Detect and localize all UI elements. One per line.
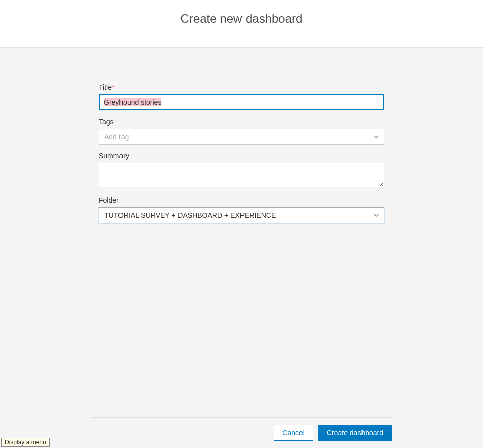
dialog-footer: Cancel Create dashboard xyxy=(0,417,483,448)
summary-textarea[interactable] xyxy=(99,163,384,187)
tags-label: Tags xyxy=(99,118,384,126)
tags-placeholder: Add tag xyxy=(104,133,129,141)
form-container: Title* Greyhound stories Tags Add tag Su… xyxy=(99,83,384,223)
folder-select-wrapper: TUTORIAL SURVEY + DASHBOARD + EXPERIENCE xyxy=(99,207,384,223)
folder-label: Folder xyxy=(99,196,384,204)
folder-select[interactable]: TUTORIAL SURVEY + DASHBOARD + EXPERIENCE xyxy=(99,207,384,223)
create-dashboard-button[interactable]: Create dashboard xyxy=(318,425,392,441)
footer-button-bar: Cancel Create dashboard xyxy=(91,417,392,448)
page-title: Create new dashboard xyxy=(180,12,303,26)
tooltip: Display a menu xyxy=(1,438,50,447)
chevron-down-icon xyxy=(373,134,379,140)
required-marker: * xyxy=(112,83,114,91)
dialog-header: Create new dashboard xyxy=(0,0,483,48)
tags-field: Tags Add tag xyxy=(99,118,384,145)
title-input[interactable]: Greyhound stories xyxy=(99,94,384,110)
tags-select-wrapper: Add tag xyxy=(99,129,384,145)
title-input-value: Greyhound stories xyxy=(104,98,161,106)
chevron-down-icon xyxy=(373,212,379,218)
folder-selected-value: TUTORIAL SURVEY + DASHBOARD + EXPERIENCE xyxy=(104,211,276,219)
tags-input[interactable]: Add tag xyxy=(99,129,384,145)
summary-field: Summary xyxy=(99,152,384,189)
summary-label: Summary xyxy=(99,152,384,160)
cancel-button[interactable]: Cancel xyxy=(274,425,313,441)
title-label-text: Title xyxy=(99,83,112,91)
title-label: Title* xyxy=(99,83,384,91)
folder-field: Folder TUTORIAL SURVEY + DASHBOARD + EXP… xyxy=(99,196,384,223)
title-field: Title* Greyhound stories xyxy=(99,83,384,110)
